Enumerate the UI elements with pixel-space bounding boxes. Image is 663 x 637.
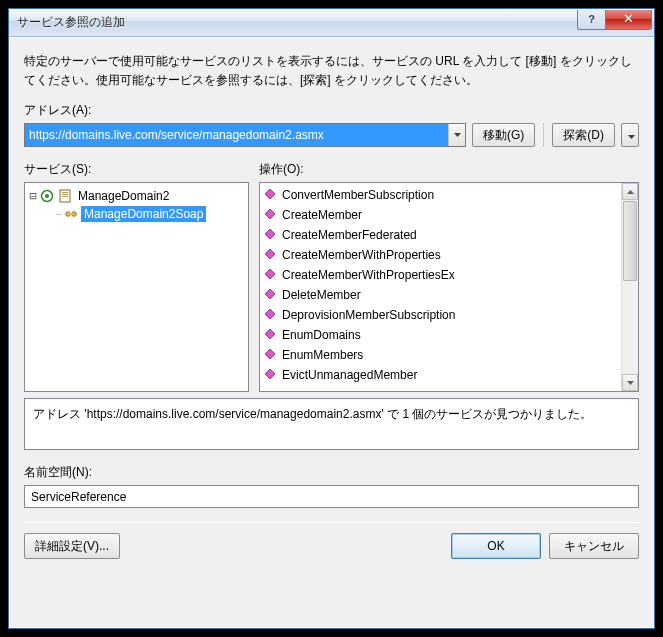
scroll-down-button[interactable]: [622, 374, 638, 391]
tree-root-item[interactable]: ⊟ ManageDomain2: [27, 187, 246, 205]
operation-label: EnumMembers: [282, 348, 363, 362]
discover-dropdown-button[interactable]: [621, 123, 639, 147]
svg-rect-10: [69, 213, 73, 215]
operation-icon: [264, 328, 278, 342]
operation-label: CreateMemberFederated: [282, 228, 417, 242]
svg-point-2: [42, 191, 53, 202]
address-combo[interactable]: [24, 123, 466, 147]
operation-icon: [264, 368, 278, 382]
close-button[interactable]: ✕: [606, 10, 652, 30]
svg-marker-0: [454, 133, 461, 137]
titlebar: サービス参照の追加 ? ✕: [9, 9, 654, 37]
endpoint-icon: [63, 206, 79, 222]
svg-marker-20: [265, 369, 275, 379]
operation-icon: [264, 208, 278, 222]
svg-marker-18: [265, 329, 275, 339]
svg-marker-22: [627, 381, 634, 385]
svg-point-3: [45, 194, 49, 198]
svg-marker-15: [265, 269, 275, 279]
svg-point-9: [72, 212, 77, 217]
ok-button[interactable]: OK: [451, 533, 541, 559]
status-text: アドレス 'https://domains.live.com/service/m…: [24, 398, 639, 450]
services-label: サービス(S):: [24, 161, 249, 178]
svg-rect-6: [62, 194, 68, 195]
go-button[interactable]: 移動(G): [472, 123, 535, 147]
operations-label: 操作(O):: [259, 161, 639, 178]
svg-marker-13: [265, 229, 275, 239]
namespace-input[interactable]: [24, 485, 639, 508]
tree-connector-icon: ····: [55, 209, 61, 219]
svg-rect-7: [62, 196, 68, 197]
operation-label: CreateMember: [282, 208, 362, 222]
operations-scrollbar[interactable]: [621, 183, 638, 391]
svg-marker-21: [627, 190, 634, 194]
cancel-button[interactable]: キャンセル: [549, 533, 639, 559]
operation-item[interactable]: ConvertMemberSubscription: [260, 185, 638, 205]
operation-item[interactable]: CreateMember: [260, 205, 638, 225]
operation-label: DeprovisionMemberSubscription: [282, 308, 455, 322]
operation-icon: [264, 248, 278, 262]
svg-marker-1: [628, 135, 635, 139]
service-doc-icon: [57, 188, 73, 204]
operation-label: ConvertMemberSubscription: [282, 188, 434, 202]
operation-item[interactable]: DeprovisionMemberSubscription: [260, 305, 638, 325]
operation-icon: [264, 348, 278, 362]
scroll-thumb[interactable]: [623, 201, 637, 281]
divider: [24, 522, 639, 523]
operation-item[interactable]: EnumDomains: [260, 325, 638, 345]
tree-collapse-icon[interactable]: ⊟: [27, 189, 39, 203]
dialog-add-service-reference: サービス参照の追加 ? ✕ 特定のサーバーで使用可能なサービスのリストを表示する…: [8, 8, 655, 629]
operation-label: DeleteMember: [282, 288, 361, 302]
svg-point-8: [66, 212, 71, 217]
help-button[interactable]: ?: [577, 10, 606, 30]
services-tree[interactable]: ⊟ ManageDomain2 ····: [24, 182, 249, 392]
svg-marker-14: [265, 249, 275, 259]
operation-icon: [264, 308, 278, 322]
tree-root-label: ManageDomain2: [75, 188, 172, 204]
operations-list[interactable]: ConvertMemberSubscriptionCreateMemberCre…: [259, 182, 639, 392]
window-title: サービス参照の追加: [17, 14, 577, 31]
operation-item[interactable]: CreateMemberWithPropertiesEx: [260, 265, 638, 285]
discover-button[interactable]: 探索(D): [552, 123, 615, 147]
operation-label: CreateMemberWithProperties: [282, 248, 441, 262]
operation-icon: [264, 288, 278, 302]
svg-rect-5: [62, 192, 68, 193]
service-globe-icon: [39, 188, 55, 204]
scroll-up-button[interactable]: [622, 183, 638, 200]
operation-label: EvictUnmanagedMember: [282, 368, 417, 382]
operation-item[interactable]: EvictUnmanagedMember: [260, 365, 638, 385]
operation-icon: [264, 228, 278, 242]
operation-item[interactable]: EnumMembers: [260, 345, 638, 365]
operation-icon: [264, 188, 278, 202]
svg-marker-16: [265, 289, 275, 299]
address-dropdown-icon[interactable]: [448, 124, 465, 146]
operation-item[interactable]: CreateMemberWithProperties: [260, 245, 638, 265]
svg-marker-19: [265, 349, 275, 359]
instructions-text: 特定のサーバーで使用可能なサービスのリストを表示するには、サービスの URL を…: [24, 52, 639, 90]
operation-item[interactable]: DeleteMember: [260, 285, 638, 305]
address-label: アドレス(A):: [24, 102, 639, 119]
operation-icon: [264, 268, 278, 282]
address-input[interactable]: [25, 124, 448, 146]
client-area: 特定のサーバーで使用可能なサービスのリストを表示するには、サービスの URL を…: [9, 37, 654, 628]
operation-label: CreateMemberWithPropertiesEx: [282, 268, 455, 282]
chevron-down-icon: [628, 135, 635, 139]
operation-label: EnumDomains: [282, 328, 361, 342]
svg-marker-17: [265, 309, 275, 319]
namespace-label: 名前空間(N):: [24, 464, 639, 481]
svg-marker-11: [265, 189, 275, 199]
tree-child-item[interactable]: ···· ManageDomain2Soap: [27, 205, 246, 223]
svg-marker-12: [265, 209, 275, 219]
svg-rect-4: [60, 190, 70, 202]
tree-child-label: ManageDomain2Soap: [81, 206, 206, 222]
operation-item[interactable]: CreateMemberFederated: [260, 225, 638, 245]
advanced-button[interactable]: 詳細設定(V)...: [24, 533, 120, 559]
